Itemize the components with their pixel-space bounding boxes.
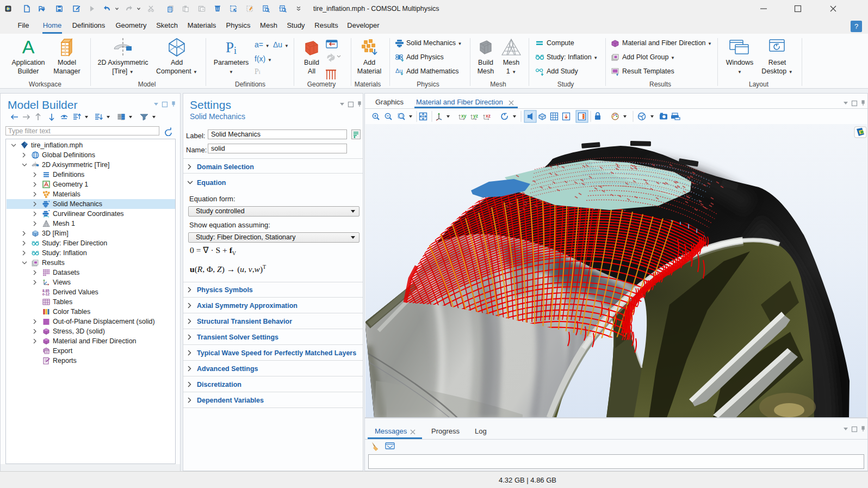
- svg-text:yz: yz: [473, 113, 478, 119]
- svg-text:A: A: [22, 37, 35, 57]
- svg-text:xy: xy: [461, 113, 467, 119]
- svg-text:xz: xz: [486, 113, 491, 119]
- svg-text:e-12: e-12: [42, 292, 49, 296]
- svg-text:Pi: Pi: [226, 39, 237, 56]
